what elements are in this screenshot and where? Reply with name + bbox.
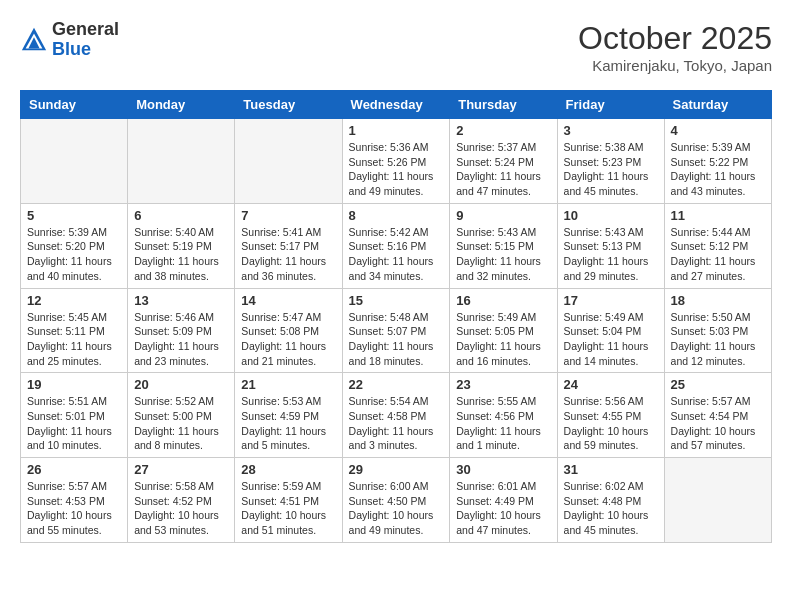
calendar-cell: 28Sunrise: 5:59 AM Sunset: 4:51 PM Dayli… (235, 458, 342, 543)
calendar-cell: 13Sunrise: 5:46 AM Sunset: 5:09 PM Dayli… (128, 288, 235, 373)
column-header-thursday: Thursday (450, 91, 557, 119)
cell-info: Sunrise: 5:38 AM Sunset: 5:23 PM Dayligh… (564, 140, 658, 199)
cell-info: Sunrise: 5:52 AM Sunset: 5:00 PM Dayligh… (134, 394, 228, 453)
cell-info: Sunrise: 5:44 AM Sunset: 5:12 PM Dayligh… (671, 225, 765, 284)
day-number: 9 (456, 208, 550, 223)
day-number: 3 (564, 123, 658, 138)
column-header-monday: Monday (128, 91, 235, 119)
calendar-cell (235, 119, 342, 204)
calendar-cell: 26Sunrise: 5:57 AM Sunset: 4:53 PM Dayli… (21, 458, 128, 543)
calendar-cell: 9Sunrise: 5:43 AM Sunset: 5:15 PM Daylig… (450, 203, 557, 288)
day-number: 14 (241, 293, 335, 308)
cell-info: Sunrise: 5:56 AM Sunset: 4:55 PM Dayligh… (564, 394, 658, 453)
day-number: 27 (134, 462, 228, 477)
day-number: 28 (241, 462, 335, 477)
day-number: 20 (134, 377, 228, 392)
cell-info: Sunrise: 5:50 AM Sunset: 5:03 PM Dayligh… (671, 310, 765, 369)
day-number: 19 (27, 377, 121, 392)
day-number: 12 (27, 293, 121, 308)
day-number: 23 (456, 377, 550, 392)
cell-info: Sunrise: 5:47 AM Sunset: 5:08 PM Dayligh… (241, 310, 335, 369)
cell-info: Sunrise: 5:41 AM Sunset: 5:17 PM Dayligh… (241, 225, 335, 284)
week-row-2: 5Sunrise: 5:39 AM Sunset: 5:20 PM Daylig… (21, 203, 772, 288)
month-title: October 2025 (578, 20, 772, 57)
cell-info: Sunrise: 6:01 AM Sunset: 4:49 PM Dayligh… (456, 479, 550, 538)
logo-icon (20, 26, 48, 54)
calendar-cell: 29Sunrise: 6:00 AM Sunset: 4:50 PM Dayli… (342, 458, 450, 543)
cell-info: Sunrise: 5:42 AM Sunset: 5:16 PM Dayligh… (349, 225, 444, 284)
cell-info: Sunrise: 5:51 AM Sunset: 5:01 PM Dayligh… (27, 394, 121, 453)
cell-info: Sunrise: 5:49 AM Sunset: 5:05 PM Dayligh… (456, 310, 550, 369)
cell-info: Sunrise: 5:36 AM Sunset: 5:26 PM Dayligh… (349, 140, 444, 199)
cell-info: Sunrise: 5:54 AM Sunset: 4:58 PM Dayligh… (349, 394, 444, 453)
day-number: 1 (349, 123, 444, 138)
calendar-cell: 6Sunrise: 5:40 AM Sunset: 5:19 PM Daylig… (128, 203, 235, 288)
calendar-cell: 19Sunrise: 5:51 AM Sunset: 5:01 PM Dayli… (21, 373, 128, 458)
cell-info: Sunrise: 5:57 AM Sunset: 4:54 PM Dayligh… (671, 394, 765, 453)
logo: General Blue (20, 20, 119, 60)
day-number: 24 (564, 377, 658, 392)
cell-info: Sunrise: 5:40 AM Sunset: 5:19 PM Dayligh… (134, 225, 228, 284)
logo-general: General (52, 20, 119, 40)
cell-info: Sunrise: 5:48 AM Sunset: 5:07 PM Dayligh… (349, 310, 444, 369)
cell-info: Sunrise: 5:37 AM Sunset: 5:24 PM Dayligh… (456, 140, 550, 199)
calendar-cell: 21Sunrise: 5:53 AM Sunset: 4:59 PM Dayli… (235, 373, 342, 458)
calendar-cell: 2Sunrise: 5:37 AM Sunset: 5:24 PM Daylig… (450, 119, 557, 204)
calendar-cell: 18Sunrise: 5:50 AM Sunset: 5:03 PM Dayli… (664, 288, 771, 373)
calendar-cell: 31Sunrise: 6:02 AM Sunset: 4:48 PM Dayli… (557, 458, 664, 543)
cell-info: Sunrise: 6:02 AM Sunset: 4:48 PM Dayligh… (564, 479, 658, 538)
day-number: 22 (349, 377, 444, 392)
day-number: 13 (134, 293, 228, 308)
calendar-cell: 4Sunrise: 5:39 AM Sunset: 5:22 PM Daylig… (664, 119, 771, 204)
location: Kamirenjaku, Tokyo, Japan (578, 57, 772, 74)
calendar-cell: 17Sunrise: 5:49 AM Sunset: 5:04 PM Dayli… (557, 288, 664, 373)
logo-blue: Blue (52, 40, 119, 60)
calendar-cell: 22Sunrise: 5:54 AM Sunset: 4:58 PM Dayli… (342, 373, 450, 458)
calendar-cell: 23Sunrise: 5:55 AM Sunset: 4:56 PM Dayli… (450, 373, 557, 458)
calendar-cell: 16Sunrise: 5:49 AM Sunset: 5:05 PM Dayli… (450, 288, 557, 373)
week-row-4: 19Sunrise: 5:51 AM Sunset: 5:01 PM Dayli… (21, 373, 772, 458)
cell-info: Sunrise: 5:39 AM Sunset: 5:20 PM Dayligh… (27, 225, 121, 284)
column-header-sunday: Sunday (21, 91, 128, 119)
day-number: 4 (671, 123, 765, 138)
day-number: 2 (456, 123, 550, 138)
cell-info: Sunrise: 5:43 AM Sunset: 5:13 PM Dayligh… (564, 225, 658, 284)
cell-info: Sunrise: 5:55 AM Sunset: 4:56 PM Dayligh… (456, 394, 550, 453)
cell-info: Sunrise: 5:49 AM Sunset: 5:04 PM Dayligh… (564, 310, 658, 369)
day-number: 15 (349, 293, 444, 308)
calendar-cell: 3Sunrise: 5:38 AM Sunset: 5:23 PM Daylig… (557, 119, 664, 204)
day-number: 8 (349, 208, 444, 223)
day-number: 11 (671, 208, 765, 223)
calendar-cell: 7Sunrise: 5:41 AM Sunset: 5:17 PM Daylig… (235, 203, 342, 288)
calendar-header-row: SundayMondayTuesdayWednesdayThursdayFrid… (21, 91, 772, 119)
column-header-tuesday: Tuesday (235, 91, 342, 119)
calendar-cell: 27Sunrise: 5:58 AM Sunset: 4:52 PM Dayli… (128, 458, 235, 543)
calendar-table: SundayMondayTuesdayWednesdayThursdayFrid… (20, 90, 772, 543)
calendar-cell: 5Sunrise: 5:39 AM Sunset: 5:20 PM Daylig… (21, 203, 128, 288)
calendar-cell: 14Sunrise: 5:47 AM Sunset: 5:08 PM Dayli… (235, 288, 342, 373)
calendar-cell: 10Sunrise: 5:43 AM Sunset: 5:13 PM Dayli… (557, 203, 664, 288)
day-number: 26 (27, 462, 121, 477)
day-number: 31 (564, 462, 658, 477)
cell-info: Sunrise: 5:57 AM Sunset: 4:53 PM Dayligh… (27, 479, 121, 538)
day-number: 25 (671, 377, 765, 392)
calendar-cell (664, 458, 771, 543)
calendar-cell: 20Sunrise: 5:52 AM Sunset: 5:00 PM Dayli… (128, 373, 235, 458)
column-header-friday: Friday (557, 91, 664, 119)
calendar-cell: 1Sunrise: 5:36 AM Sunset: 5:26 PM Daylig… (342, 119, 450, 204)
column-header-wednesday: Wednesday (342, 91, 450, 119)
day-number: 16 (456, 293, 550, 308)
page-header: General Blue October 2025 Kamirenjaku, T… (20, 20, 772, 74)
calendar-cell: 30Sunrise: 6:01 AM Sunset: 4:49 PM Dayli… (450, 458, 557, 543)
cell-info: Sunrise: 5:53 AM Sunset: 4:59 PM Dayligh… (241, 394, 335, 453)
calendar-cell (21, 119, 128, 204)
calendar-cell: 11Sunrise: 5:44 AM Sunset: 5:12 PM Dayli… (664, 203, 771, 288)
calendar-cell (128, 119, 235, 204)
week-row-3: 12Sunrise: 5:45 AM Sunset: 5:11 PM Dayli… (21, 288, 772, 373)
title-block: October 2025 Kamirenjaku, Tokyo, Japan (578, 20, 772, 74)
cell-info: Sunrise: 5:59 AM Sunset: 4:51 PM Dayligh… (241, 479, 335, 538)
week-row-1: 1Sunrise: 5:36 AM Sunset: 5:26 PM Daylig… (21, 119, 772, 204)
day-number: 18 (671, 293, 765, 308)
cell-info: Sunrise: 6:00 AM Sunset: 4:50 PM Dayligh… (349, 479, 444, 538)
cell-info: Sunrise: 5:43 AM Sunset: 5:15 PM Dayligh… (456, 225, 550, 284)
